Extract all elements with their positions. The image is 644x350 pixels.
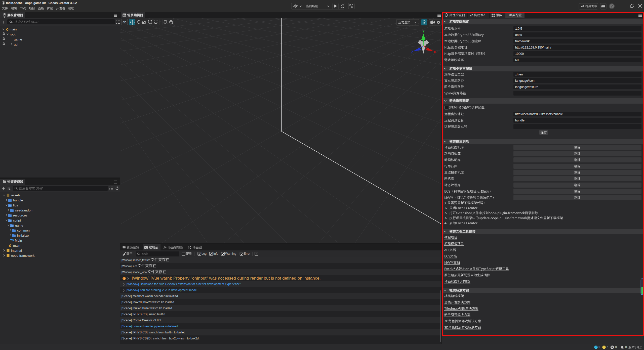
svg-text:script: script <box>13 218 21 222</box>
svg-text:gui: gui <box>14 42 18 46</box>
svg-text:main: main <box>13 244 20 247</box>
svg-text:[Scene] meshopt wasm decoder i: [Scene] meshopt wasm decoder initialized <box>122 294 178 298</box>
svg-text:root: root <box>10 32 16 36</box>
svg-text:oops-framework: oops-framework <box>11 254 35 257</box>
svg-text:seedrandom: seedrandom <box>15 208 33 212</box>
svg-text:Main: Main <box>15 239 22 242</box>
svg-text:[Scene] Cocos Creator v3.8.2: [Scene] Cocos Creator v3.8.2 <box>122 319 161 322</box>
svg-text:Error: Error <box>244 252 251 255</box>
svg-text:[Window] ecs: [Window] ecs <box>122 265 137 268</box>
svg-text:[Scene] [bullet]:bullet wasm l: [Scene] [bullet]:bullet wasm lib loaded. <box>122 307 173 310</box>
svg-text:main: main <box>10 27 17 31</box>
svg-text:resources: resources <box>13 213 28 217</box>
svg-text:3D: 3D <box>123 21 127 24</box>
svg-text:game: game <box>14 37 22 41</box>
svg-text:0: 0 <box>625 345 627 349</box>
svg-text:[Window] Download the Vue Devt: [Window] Download the Vue Devtools exten… <box>127 282 241 286</box>
svg-text:initialize: initialize <box>17 234 29 237</box>
svg-text:Log: Log <box>202 252 207 255</box>
svg-text:main.scene - oops-game-kit - C: main.scene - oops-game-kit - Cocos Creat… <box>6 1 77 5</box>
svg-text:[Window] [Vue warn]: Property: [Window] [Vue warn]: Property "onInput" … <box>132 276 320 281</box>
svg-text:assets: assets <box>11 193 21 197</box>
svg-text:internal: internal <box>11 249 22 252</box>
svg-text:[Scene] Forward render pipelin: [Scene] Forward render pipeline initiali… <box>122 325 179 328</box>
svg-text:[Scene] [PHYSICS]: switch from: [Scene] [PHYSICS]: switch from builtin t… <box>122 331 185 334</box>
svg-text:[Scene] [PHYSICS2D]: switch fr: [Scene] [PHYSICS2D]: switch from box2d-w… <box>122 337 199 340</box>
svg-text:[Scene] [box2d]:box2d wasm lib: [Scene] [box2d]:box2d wasm lib loaded. <box>122 300 175 304</box>
svg-text:[Scene] [PHYSICS]: using built: [Scene] [PHYSICS]: using builtin. <box>122 313 166 316</box>
svg-text:libs: libs <box>13 203 18 207</box>
svg-text:3: 3 <box>598 345 600 349</box>
svg-text:common: common <box>17 229 30 232</box>
svg-text:TS: TS <box>10 239 14 242</box>
svg-text:1: 1 <box>607 345 609 349</box>
svg-text:[Window] model_view: [Window] model_view <box>122 271 147 274</box>
svg-text:Warning: Warning <box>225 252 236 255</box>
svg-text:[Window] render_texture: [Window] render_texture <box>122 258 150 261</box>
svg-text:0: 0 <box>615 345 617 349</box>
svg-text:bundle: bundle <box>13 198 23 202</box>
svg-text:Info: Info <box>213 252 218 255</box>
svg-text:game: game <box>15 224 23 227</box>
svg-text:[Window] You are running Vue i: [Window] You are running Vue in developm… <box>127 288 197 292</box>
